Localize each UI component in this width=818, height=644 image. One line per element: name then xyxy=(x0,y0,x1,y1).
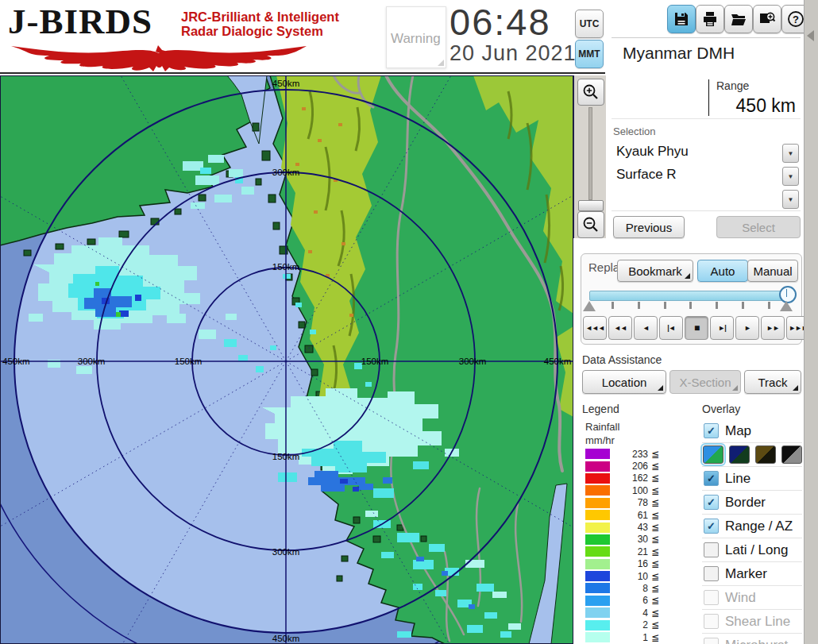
data-assistance-label: Data Assistance xyxy=(582,353,662,366)
slider-tick xyxy=(664,302,666,309)
product-dropdown[interactable]: Surface R ▼ xyxy=(612,164,801,188)
open-folder-button[interactable] xyxy=(724,5,753,33)
save-button[interactable] xyxy=(667,5,696,33)
legend-label: Legend xyxy=(582,403,619,415)
step-forward-button[interactable]: ►| xyxy=(710,316,734,340)
chevron-down-icon[interactable]: ▼ xyxy=(782,144,799,163)
zoom-in-button[interactable] xyxy=(577,79,604,106)
chevron-down-icon[interactable]: ▼ xyxy=(782,167,799,186)
legend-color-swatch xyxy=(585,523,610,533)
overlay-item-lati-long: Lati / Long xyxy=(702,538,802,562)
slider-tick xyxy=(612,302,614,309)
overlay-item-marker: Marker xyxy=(702,562,802,586)
x-section-button[interactable]: X-Section xyxy=(669,370,741,394)
svg-text:450km: 450km xyxy=(2,357,30,366)
option-dropdown[interactable]: ▼ xyxy=(612,187,801,211)
svg-text:150km: 150km xyxy=(272,262,300,272)
zoom-out-button[interactable] xyxy=(577,211,604,238)
rewind-button[interactable]: ◄ xyxy=(634,316,658,340)
bookmark-button[interactable]: Bookmark xyxy=(617,260,693,282)
zoom-slider-handle[interactable] xyxy=(578,200,604,211)
legend-row: 1≦ xyxy=(585,631,681,643)
resize-grip-icon[interactable] xyxy=(438,60,444,66)
map-checkbox[interactable]: ✓ xyxy=(704,423,719,438)
map-style-swatch[interactable] xyxy=(781,445,802,464)
legend-color-swatch xyxy=(585,559,610,569)
radar-map[interactable]: 450km 300km 150km 150km 300km 450km 450k… xyxy=(0,75,573,644)
location-button[interactable]: Location xyxy=(582,370,666,394)
previous-button[interactable]: Previous xyxy=(613,216,685,238)
overlay-item-label: Wind xyxy=(725,590,756,606)
slider-start-marker[interactable] xyxy=(583,301,596,311)
play-button[interactable]: ► xyxy=(735,316,759,340)
warning-panel[interactable]: Warning xyxy=(386,6,446,68)
fast-rewind-button[interactable]: ◄◄ xyxy=(608,316,632,340)
overlay-item-label: Line xyxy=(725,471,750,487)
clock-time: 06:48 xyxy=(450,0,551,44)
fast-forward-button[interactable]: ►► xyxy=(761,316,785,340)
legend-value: 61 xyxy=(610,510,648,521)
mmt-button[interactable]: MMT xyxy=(575,40,604,68)
wind-checkbox xyxy=(704,590,719,605)
overlay-item-label: Marker xyxy=(725,566,767,582)
legend-color-swatch xyxy=(585,546,610,557)
legend-value: 30 xyxy=(610,534,648,545)
legend-lte-symbol: ≦ xyxy=(651,449,659,460)
site-dropdown-value: Kyauk Phyu xyxy=(616,144,689,160)
shear-line-checkbox xyxy=(704,614,719,629)
stop-button[interactable]: ■ xyxy=(685,316,708,340)
zoom-slider-track[interactable] xyxy=(588,107,592,200)
slider-tick xyxy=(716,302,718,309)
lati-long-checkbox[interactable] xyxy=(704,542,719,557)
overlay-item-border: ✓Border xyxy=(702,491,802,515)
legend-row: 78≦ xyxy=(585,497,681,509)
warning-label: Warning xyxy=(391,31,441,47)
line-checkbox[interactable]: ✓ xyxy=(704,471,719,486)
capture-button[interactable] xyxy=(753,5,781,33)
legend-row: 8≦ xyxy=(585,582,681,594)
save-icon xyxy=(673,11,689,27)
legend-color-swatch xyxy=(585,607,610,618)
map-style-swatch[interactable] xyxy=(703,445,723,464)
replay-slider-track[interactable] xyxy=(589,291,792,301)
legend-row: 16≦ xyxy=(585,558,681,570)
range-divider xyxy=(708,79,709,116)
manual-button[interactable]: Manual xyxy=(747,260,798,282)
legend-color-swatch xyxy=(585,596,610,606)
svg-text:150km: 150km xyxy=(175,357,203,366)
header-divider xyxy=(0,72,605,74)
legend-value: 206 xyxy=(610,461,648,472)
legend-color-swatch xyxy=(585,498,610,508)
utc-button[interactable]: UTC xyxy=(575,10,604,38)
legend-lte-symbol: ≦ xyxy=(651,510,659,521)
legend-lte-symbol: ≦ xyxy=(651,534,659,545)
legend-value: 233 xyxy=(610,449,648,460)
print-button[interactable] xyxy=(696,5,724,33)
selection-label: Selection xyxy=(613,125,655,137)
map-style-swatch[interactable] xyxy=(755,445,776,464)
legend-lte-symbol: ≦ xyxy=(651,595,659,606)
map-style-swatch[interactable] xyxy=(729,445,750,464)
chevron-down-icon[interactable]: ▼ xyxy=(782,190,799,209)
legend-value: 21 xyxy=(610,546,648,557)
legend-value: 2 xyxy=(610,619,648,631)
jump-start-button[interactable]: ◄◄◄ xyxy=(583,316,607,340)
overlay-item-label: Range / AZ xyxy=(725,519,793,534)
step-back-button[interactable]: |◄ xyxy=(659,316,683,340)
border-checkbox[interactable]: ✓ xyxy=(704,495,719,510)
panel-collapse-strip[interactable] xyxy=(804,0,818,644)
map-style-swatches xyxy=(702,443,802,467)
track-button[interactable]: Track xyxy=(744,370,801,394)
range-label: Range xyxy=(716,79,749,92)
legend-value: 4 xyxy=(610,607,648,619)
slider-end-marker[interactable] xyxy=(780,301,793,311)
site-dropdown[interactable]: Kyauk Phyu ▼ xyxy=(612,141,801,165)
capture-zoom-icon xyxy=(758,10,776,28)
legend-row: 206≦ xyxy=(585,460,681,472)
overlay-item-label: Microburst xyxy=(725,638,788,644)
marker-checkbox[interactable] xyxy=(704,566,719,581)
auto-button[interactable]: Auto xyxy=(697,260,748,282)
range-az-checkbox[interactable]: ✓ xyxy=(704,519,719,534)
overlay-item-label: Map xyxy=(725,423,751,439)
select-button[interactable]: Select xyxy=(716,216,801,238)
